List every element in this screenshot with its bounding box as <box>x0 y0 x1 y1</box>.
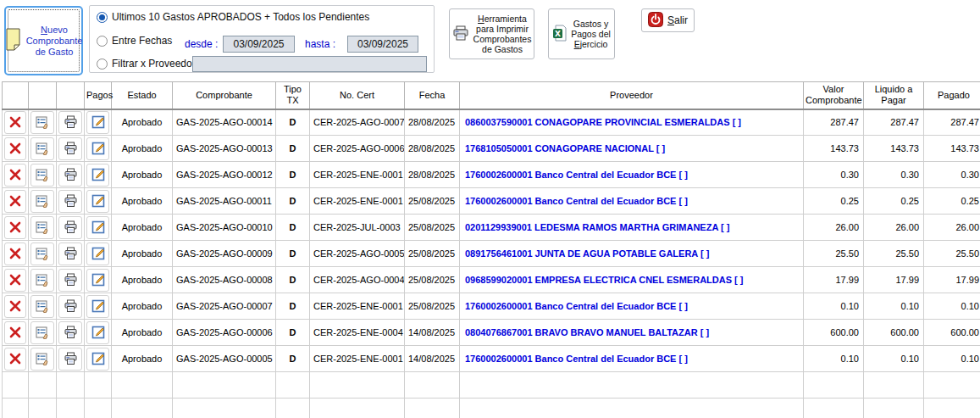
proveedor-link[interactable]: 0804076867001 BRAVO BRAVO MANUEL BALTAZA… <box>460 320 804 346</box>
tipo-tx-cell: D <box>276 162 310 188</box>
properties-button[interactable] <box>30 242 54 265</box>
delete-x-icon <box>9 195 21 207</box>
power-icon <box>648 12 663 29</box>
header-fecha: Fecha <box>405 82 460 109</box>
pagos-edit-button[interactable] <box>86 111 109 134</box>
pagos-edit-button[interactable] <box>86 321 109 344</box>
properties-button[interactable] <box>30 164 54 187</box>
delete-row-button[interactable] <box>4 137 26 160</box>
proveedor-link[interactable]: 0860037590001 CONAGOPARE PROVINCIAL ESME… <box>460 109 804 136</box>
print-row-button[interactable] <box>58 295 82 318</box>
print-row-button[interactable] <box>58 242 82 265</box>
delete-row-button[interactable] <box>4 321 26 344</box>
proveedor-filter-input[interactable] <box>192 56 427 72</box>
liquido-a-pagar-cell: 600.00 <box>864 320 924 346</box>
properties-icon <box>36 247 50 260</box>
proveedor-link[interactable]: 1760002600001 Banco Central del Ecuador … <box>460 188 804 215</box>
edit-pencil-icon <box>91 299 105 313</box>
properties-button[interactable] <box>30 190 54 213</box>
pagos-edit-button[interactable] <box>86 242 109 265</box>
delete-row-button[interactable] <box>4 111 26 134</box>
salir-button[interactable]: Salir <box>641 8 695 32</box>
pagos-edit-button[interactable] <box>86 190 109 213</box>
print-row-button[interactable] <box>58 190 82 213</box>
radio-ultimos10-icon[interactable] <box>97 12 108 23</box>
properties-button[interactable] <box>30 295 54 318</box>
desde-label: desde : <box>185 38 218 50</box>
pagos-edit-button[interactable] <box>86 164 109 187</box>
properties-button[interactable] <box>30 321 54 344</box>
delete-x-icon <box>9 116 21 128</box>
no-cert-cell: CER-2025-ENE-0001 <box>310 346 405 372</box>
proveedor-link[interactable]: 1760002600001 Banco Central del Ecuador … <box>460 293 804 320</box>
header-comprobante: Comprobante <box>173 82 276 109</box>
edit-pencil-icon <box>91 168 105 181</box>
no-cert-cell: CER-2025-ENE-0001 <box>310 188 405 215</box>
valor-comprobante-cell: 26.00 <box>804 215 864 241</box>
salir-label: Salir <box>667 15 688 25</box>
delete-row-button[interactable] <box>4 164 26 187</box>
comprobante-cell: GAS-2025-AGO-00010 <box>173 215 276 241</box>
liquido-a-pagar-cell: 26.00 <box>864 215 924 241</box>
toolbar: Nuevo Comprobante de Gasto Ultimos 10 Ga… <box>0 0 980 81</box>
radio-entre-fechas-icon[interactable] <box>97 36 108 47</box>
delete-row-button[interactable] <box>4 190 26 213</box>
print-row-button[interactable] <box>58 321 82 344</box>
gastos-pagos-ejercicio-button[interactable]: X Gastos y Pagos del Ejercicio <box>548 8 615 59</box>
fecha-cell: 25/08/2025 <box>405 215 460 241</box>
printer-icon <box>64 142 78 155</box>
properties-button[interactable] <box>30 269 54 292</box>
delete-row-button[interactable] <box>4 269 26 292</box>
proveedor-link[interactable]: 1760002600001 Banco Central del Ecuador … <box>460 346 804 372</box>
delete-row-button[interactable] <box>4 295 26 318</box>
proveedor-link[interactable]: 0968599020001 EMPRESA ELECTRICA CNEL ESM… <box>460 267 804 293</box>
properties-button[interactable] <box>30 111 54 134</box>
desde-date-field[interactable]: 03/09/2025 <box>223 36 295 53</box>
hasta-label: hasta : <box>305 38 335 50</box>
printer-icon <box>64 115 78 129</box>
fecha-cell: 14/08/2025 <box>405 320 460 346</box>
print-row-button[interactable] <box>58 269 82 292</box>
delete-row-button[interactable] <box>4 348 26 371</box>
print-row-button[interactable] <box>58 164 82 187</box>
estado-cell: Aprobado <box>112 267 173 293</box>
tipo-tx-cell: D <box>276 346 310 372</box>
pagos-edit-button[interactable] <box>86 348 109 371</box>
print-row-button[interactable] <box>58 348 82 371</box>
proveedor-link[interactable]: 0891756461001 JUNTA DE AGUA POTABLE GALE… <box>460 241 804 267</box>
filter-option-ultimos10[interactable]: Ultimos 10 Gastos APROBADOS + Todos los … <box>97 11 369 23</box>
fecha-cell: 25/08/2025 <box>405 293 460 320</box>
valor-comprobante-cell: 600.00 <box>804 320 864 346</box>
print-row-button[interactable] <box>58 111 82 134</box>
delete-row-button[interactable] <box>4 216 26 239</box>
properties-button[interactable] <box>30 348 54 371</box>
filter-option-proveedor[interactable]: Filtrar x Proveedor <box>97 58 196 70</box>
properties-button[interactable] <box>30 216 54 239</box>
tipo-tx-cell: D <box>276 136 310 162</box>
imprimir-comprobantes-button[interactable]: Herramienta para Imprimir Comprobantes d… <box>449 8 534 59</box>
filter-option-entre-fechas[interactable]: Entre Fechas <box>97 35 172 47</box>
pagos-edit-button[interactable] <box>86 137 109 160</box>
nuevo-comprobante-button[interactable]: Nuevo Comprobante de Gasto <box>4 6 83 75</box>
proveedor-link[interactable]: 1760002600001 Banco Central del Ecuador … <box>460 162 804 188</box>
properties-icon <box>36 168 50 181</box>
pagado-cell: 0.30 <box>924 162 980 188</box>
delete-x-icon <box>9 326 21 338</box>
hasta-date-field[interactable]: 03/09/2025 <box>347 36 418 53</box>
pagos-edit-button[interactable] <box>86 216 109 239</box>
properties-button[interactable] <box>30 137 54 160</box>
proveedor-link[interactable]: 1768105050001 CONAGOPARE NACIONAL [ ] <box>460 136 804 162</box>
fecha-cell: 25/08/2025 <box>405 267 460 293</box>
delete-row-button[interactable] <box>4 242 26 265</box>
pagos-edit-button[interactable] <box>86 269 109 292</box>
no-cert-cell: CER-2025-AGO-0007 <box>310 109 405 136</box>
filter-groupbox: Ultimos 10 Gastos APROBADOS + Todos los … <box>89 5 435 73</box>
print-row-button[interactable] <box>58 216 82 239</box>
fecha-cell: 25/08/2025 <box>405 188 460 215</box>
expense-vouchers-window: Nuevo Comprobante de Gasto Ultimos 10 Ga… <box>0 0 980 418</box>
proveedor-link[interactable]: 0201129939001 LEDESMA RAMOS MARTHA GRIMA… <box>460 215 804 241</box>
comprobante-cell: GAS-2025-AGO-00013 <box>173 136 276 162</box>
print-row-button[interactable] <box>58 137 82 160</box>
pagos-edit-button[interactable] <box>86 295 109 318</box>
radio-proveedor-icon[interactable] <box>97 59 108 70</box>
